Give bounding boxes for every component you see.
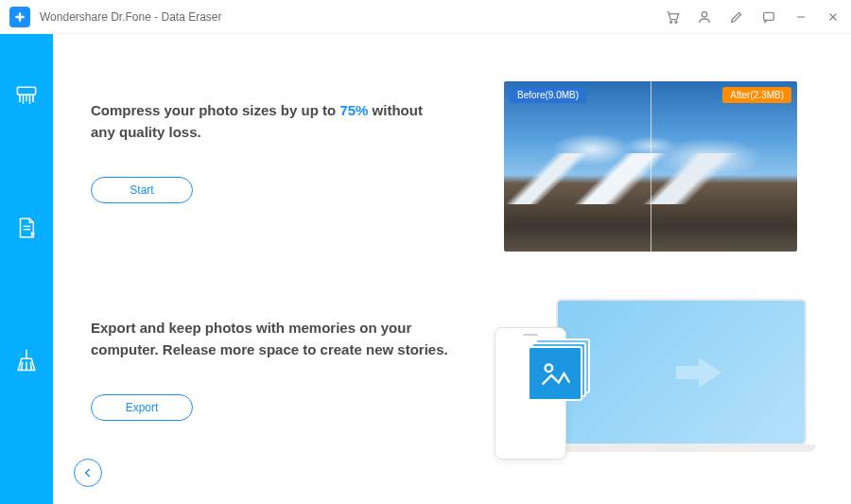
export-button[interactable]: Export <box>91 394 193 421</box>
headline-highlight: 75% <box>339 102 368 118</box>
svg-point-4 <box>702 11 706 16</box>
feedback-icon[interactable] <box>760 9 777 26</box>
svg-rect-9 <box>17 87 35 95</box>
start-button[interactable]: Start <box>91 177 193 203</box>
account-icon[interactable] <box>696 9 713 26</box>
after-badge: After(2.3MB) <box>722 87 791 103</box>
cart-icon[interactable] <box>664 9 681 26</box>
app-title: Wondershare Dr.Fone - Data Eraser <box>40 10 222 24</box>
close-button[interactable] <box>825 9 842 26</box>
svg-rect-1 <box>15 15 24 17</box>
compress-section: Compress your photo sizes by up to 75% w… <box>91 81 823 252</box>
sidebar <box>0 34 53 504</box>
content-area: Compress your photo sizes by up to 75% w… <box>53 34 851 504</box>
broom-icon[interactable] <box>12 346 41 374</box>
svg-point-2 <box>670 21 672 23</box>
app-logo <box>9 7 30 27</box>
back-button[interactable] <box>74 459 102 487</box>
svg-point-3 <box>675 21 677 23</box>
comparison-image: Before(9.0MB) After(2.3MB) <box>504 81 797 252</box>
document-icon[interactable] <box>12 214 41 242</box>
export-section: Export and keep photos with memories on … <box>91 299 823 469</box>
export-illustration <box>490 299 811 469</box>
compress-headline: Compress your photo sizes by up to 75% w… <box>91 100 450 143</box>
svg-line-20 <box>30 362 31 371</box>
svg-rect-5 <box>764 12 774 20</box>
before-badge: Before(9.0MB) <box>510 87 586 103</box>
edit-icon[interactable] <box>728 9 745 26</box>
shredder-icon[interactable] <box>12 81 41 110</box>
export-headline: Export and keep photos with memories on … <box>91 318 450 360</box>
arrow-right-icon <box>699 357 721 388</box>
titlebar: Wondershare Dr.Fone - Data Eraser <box>0 0 851 34</box>
headline-text-before: Compress your photo sizes by up to <box>91 102 339 118</box>
svg-point-21 <box>546 365 553 373</box>
photo-stack-icon <box>528 346 586 405</box>
svg-line-18 <box>22 362 23 371</box>
minimize-button[interactable] <box>792 9 809 26</box>
